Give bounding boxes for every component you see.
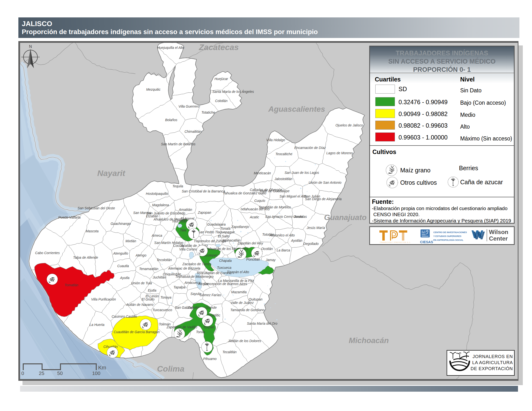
svg-text:Tototlán: Tototlán [262, 233, 274, 236]
svg-text:Chimaltitán: Chimaltitán [184, 130, 201, 133]
svg-text:Zapotitlán de Vadillo: Zapotitlán de Vadillo [166, 325, 197, 329]
svg-text:TRANSICION Y PROYECTOS S.C.: TRANSICION Y PROYECTOS S.C. [380, 242, 411, 243]
svg-text:San Juan de los Lagos: San Juan de los Lagos [285, 171, 319, 175]
svg-text:Cuquío: Cuquío [254, 199, 265, 203]
svg-text:Km: Km [98, 364, 106, 371]
svg-text:Mezquitic: Mezquitic [146, 87, 160, 91]
svg-text:Santa María de los Ángeles: Santa María de los Ángeles [212, 90, 254, 93]
svg-text:San Pedro Tlaquepaque: San Pedro Tlaquepaque [198, 230, 235, 234]
svg-text:El Salto: El Salto [218, 234, 229, 238]
svg-text:Ocotlán: Ocotlán [261, 247, 273, 251]
svg-text:JORNALEROS EN: JORNALEROS EN [473, 354, 513, 359]
svg-text:Degollado: Degollado [303, 242, 318, 246]
svg-text:Amatitán: Amatitán [179, 208, 192, 212]
svg-text:Teocuitatlán de Corona: Teocuitatlán de Corona [197, 271, 231, 275]
svg-text:Huejúcar: Huejúcar [215, 77, 228, 81]
svg-text:Cuautla: Cuautla [117, 264, 129, 268]
svg-text:Acatic: Acatic [249, 215, 259, 219]
svg-text:N: N [29, 44, 32, 49]
svg-text:Tenamaxtlán: Tenamaxtlán [139, 267, 158, 271]
svg-text:Guanajuato: Guanajuato [324, 213, 367, 222]
svg-text:Y ESTUDIOS SUPERIORES: Y ESTUDIOS SUPERIORES [433, 235, 461, 237]
svg-text:La Manzanilla de la Paz: La Manzanilla de la Paz [218, 279, 254, 283]
svg-text:Teocaltiche: Teocaltiche [276, 152, 293, 156]
svg-text:0: 0 [21, 370, 24, 376]
svg-text:Ayutla: Ayutla [120, 276, 130, 280]
svg-text:50: 50 [57, 370, 63, 376]
svg-text:Villa Purificación: Villa Purificación [91, 297, 116, 301]
svg-text:El Grullo: El Grullo [142, 297, 154, 301]
svg-text:Lagos de Moreno: Lagos de Moreno [326, 151, 353, 155]
svg-text:Tamazula de Gordiano: Tamazula de Gordiano [230, 308, 264, 312]
svg-text:Zacatecas: Zacatecas [199, 43, 239, 52]
svg-text:Unión de Tula: Unión de Tula [131, 281, 152, 285]
svg-text:Bolaños: Bolaños [165, 118, 178, 122]
svg-text:Unión de San Antonio: Unión de San Antonio [309, 181, 342, 185]
svg-text:Tuxcueca: Tuxcueca [217, 266, 231, 270]
svg-text:La Barca: La Barca [277, 248, 290, 252]
svg-text:Colotlán: Colotlán [215, 99, 228, 103]
svg-text:Nayarit: Nayarit [97, 168, 125, 178]
svg-text:Autlán de Navarro: Autlán de Navarro [126, 303, 153, 307]
svg-text:Puerto Vallarta: Puerto Vallarta [58, 215, 81, 219]
svg-text:San Martín de Bolaños: San Martín de Bolaños [161, 142, 195, 146]
svg-text:Zapotlanejo: Zapotlanejo [231, 225, 249, 229]
svg-text:Villa Guerrero: Villa Guerrero [179, 104, 199, 108]
svg-text:Encarnación de Díaz: Encarnación de Díaz [294, 146, 326, 150]
svg-text:Villa Corona: Villa Corona [179, 247, 198, 251]
svg-text:Ojuelos de Jalisco: Ojuelos de Jalisco [335, 123, 363, 127]
svg-text:Tonila: Tonila [196, 330, 205, 334]
svg-text:Aguascalientes: Aguascalientes [268, 105, 325, 113]
svg-text:Hostotipaquillo: Hostotipaquillo [146, 192, 168, 196]
svg-text:Ixtlahuacán del Río: Ixtlahuacán del Río [241, 207, 270, 211]
svg-text:Chapala: Chapala [219, 259, 232, 262]
svg-text:Tecalitlán: Tecalitlán [222, 350, 237, 354]
svg-text:San Sebastián del Oeste: San Sebastián del Oeste [78, 206, 115, 210]
svg-text:Jamay: Jamay [265, 258, 276, 262]
svg-text:Atengo: Atengo [135, 253, 147, 257]
svg-text:Tecolotlán: Tecolotlán [156, 258, 172, 262]
svg-text:Guachinango: Guachinango [111, 222, 131, 225]
svg-text:La Huerta: La Huerta [89, 323, 104, 327]
svg-text:CIESAS: CIESAS [420, 240, 433, 244]
svg-text:Guadalajara: Guadalajara [207, 223, 226, 226]
svg-text:Arandas: Arandas [294, 215, 307, 219]
svg-text:Mexticacán: Mexticacán [254, 171, 271, 175]
svg-text:Colima: Colima [157, 364, 184, 373]
svg-text:Casimiro Castillo: Casimiro Castillo [112, 315, 137, 318]
svg-text:Center: Center [489, 235, 508, 242]
svg-text:Atemajac de Brizuela: Atemajac de Brizuela [168, 266, 200, 270]
svg-text:LA AGRICULTURA: LA AGRICULTURA [472, 360, 513, 365]
svg-text:Zapotlán del Rey: Zapotlán del Rey [237, 241, 263, 245]
svg-text:Pihuamo: Pihuamo [203, 357, 216, 361]
svg-text:Jalostotitlán: Jalostotitlán [274, 177, 292, 181]
svg-text:Ayotlán: Ayotlán [291, 239, 303, 243]
svg-text:Sayula: Sayula [190, 292, 201, 296]
svg-text:CENTRO DE INVESTIGACIONES: CENTRO DE INVESTIGACIONES [433, 231, 467, 234]
svg-text:Tapalpa: Tapalpa [173, 285, 185, 289]
svg-text:Cuautitlán de García Barragán: Cuautitlán de García Barragán [114, 330, 160, 334]
svg-text:San Cristóbal de la Barranca: San Cristóbal de la Barranca [182, 189, 225, 193]
svg-text:Zapopan: Zapopan [198, 211, 211, 215]
svg-text:Juchitlán: Juchitlán [152, 275, 166, 279]
svg-text:Jilotlán de los Dolores: Jilotlán de los Dolores [228, 339, 261, 343]
svg-text:25: 25 [39, 370, 45, 376]
svg-text:Valle de Juárez: Valle de Juárez [230, 301, 254, 305]
svg-text:DE EXPORTACIÓN: DE EXPORTACIÓN [471, 366, 513, 371]
svg-text:EN ANTROPOLOGÍA SOCIAL: EN ANTROPOLOGÍA SOCIAL [433, 239, 464, 241]
svg-text:Atenguillo: Atenguillo [113, 252, 128, 255]
svg-text:Jesús María: Jesús María [306, 226, 325, 230]
svg-text:Huejuquilla el Alto: Huejuquilla el Alto [157, 46, 184, 50]
svg-text:San Diego de Alejandría: San Diego de Alejandría [305, 197, 342, 201]
svg-text:Ameca: Ameca [151, 234, 162, 237]
svg-text:Tala: Tala [180, 228, 186, 232]
svg-text:Villa Hidalgo: Villa Hidalgo [266, 138, 285, 142]
svg-text:Totatiche: Totatiche [201, 111, 215, 114]
svg-text:Tomatlán: Tomatlán [64, 283, 78, 287]
svg-text:Talpa de Allende: Talpa de Allende [73, 256, 98, 259]
svg-text:Tequila: Tequila [172, 184, 183, 188]
svg-text:Mascota: Mascota [86, 229, 99, 233]
svg-text:Tuxcacuesco: Tuxcacuesco [152, 308, 172, 312]
svg-text:Santa María del Oro: Santa María del Oro [247, 322, 277, 325]
svg-text:Gómez Farías: Gómez Farías [200, 293, 221, 297]
